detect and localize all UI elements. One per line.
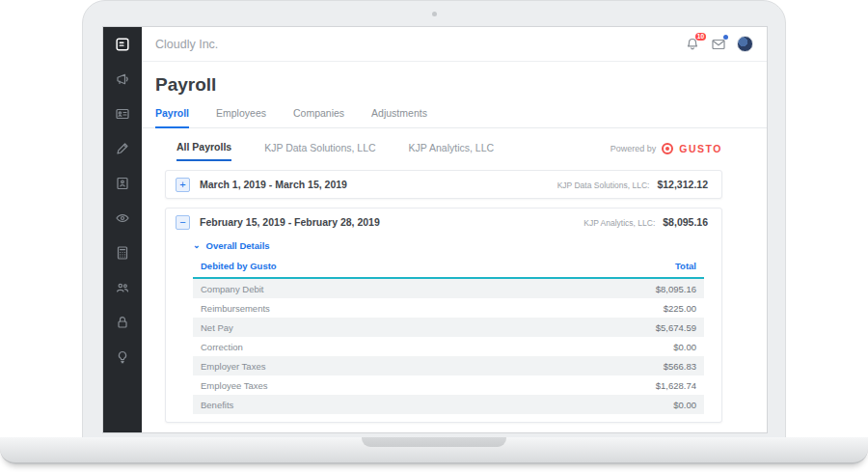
payroll-card-march: + March 1, 2019 - March 15, 2019 KJP Dat…: [165, 170, 722, 199]
row-label: Net Pay: [193, 318, 509, 337]
gusto-wordmark: GUSTO: [679, 143, 722, 154]
table-row: Company Debit $8,095.16: [193, 278, 704, 298]
row-value: $0.00: [509, 395, 704, 414]
sidebar-item-announcements[interactable]: [115, 71, 130, 87]
row-label: Correction: [193, 337, 509, 356]
lock-icon: [115, 315, 130, 330]
gusto-logo-icon: [662, 143, 673, 154]
mail-badge: [723, 35, 728, 40]
column-header-debited: Debited by Gusto: [193, 257, 509, 278]
page-title: Payroll: [155, 74, 753, 96]
avatar[interactable]: [737, 36, 753, 52]
collapse-button[interactable]: −: [176, 215, 190, 230]
users-icon: [115, 280, 130, 295]
sidebar-item-contacts[interactable]: [115, 176, 130, 191]
overall-details-label: Overall Details: [206, 240, 270, 251]
payroll-card-february: − February 15, 2019 - February 28, 2019 …: [165, 208, 722, 423]
sidebar-item-edit[interactable]: [115, 141, 130, 156]
table-row: Correction $0.00: [193, 337, 704, 356]
main-area: Cloudly Inc. 10: [142, 27, 767, 432]
sidebar-item-security[interactable]: [115, 315, 130, 330]
subtab-all-payrolls[interactable]: All Payrolls: [176, 141, 231, 161]
pencil-icon: [115, 141, 130, 156]
overall-details-toggle[interactable]: ⌄ Overall Details: [193, 240, 704, 251]
row-label: Reimbursements: [193, 298, 509, 318]
sidebar-nav: [103, 27, 142, 432]
company-name: Cloudly Inc.: [155, 38, 218, 51]
notifications-button[interactable]: 10: [685, 37, 700, 52]
megaphone-icon: [115, 71, 130, 87]
powered-by: Powered by GUSTO: [610, 143, 722, 159]
topbar-actions: 10: [685, 36, 753, 52]
app-logo: [114, 36, 131, 53]
row-value: $8,095.16: [509, 278, 704, 298]
row-value: $225.00: [509, 298, 704, 318]
app-screen: Cloudly Inc. 10: [102, 26, 768, 433]
messages-button[interactable]: [711, 37, 726, 52]
company-filter-tabs: All Payrolls KJP Data Solutions, LLC KJP…: [165, 128, 722, 161]
notification-badge: 10: [695, 33, 706, 41]
top-bar: Cloudly Inc. 10: [142, 27, 767, 62]
row-label: Company Debit: [193, 278, 509, 298]
table-header-row: Debited by Gusto Total: [193, 257, 704, 278]
laptop-mockup: Cloudly Inc. 10: [0, 0, 868, 472]
table-row: Reimbursements $225.00: [193, 298, 704, 318]
column-header-total: Total: [509, 257, 704, 278]
row-value: $566.83: [509, 356, 704, 375]
table-row: Employee Taxes $1,628.74: [193, 375, 704, 395]
subtab-kjp-analytics[interactable]: KJP Analytics, LLC: [409, 142, 495, 160]
lightbulb-icon: [115, 349, 130, 365]
debited-by-gusto-table: Debited by Gusto Total Company Debit $8,…: [193, 257, 704, 414]
tab-adjustments[interactable]: Adjustments: [371, 107, 427, 127]
main-tabs: Payroll Employees Companies Adjustments: [142, 107, 767, 128]
calculator-icon: [115, 245, 130, 261]
payroll-date-range: March 1, 2019 - March 15, 2019: [200, 179, 347, 190]
subtab-kjp-data-solutions[interactable]: KJP Data Solutions, LLC: [264, 142, 375, 160]
row-value: $5,674.59: [509, 318, 704, 337]
payroll-date-range: February 15, 2019 - February 28, 2019: [200, 216, 380, 228]
table-row: Employer Taxes $566.83: [193, 356, 704, 375]
payroll-summary: KJP Analytics, LLC: $8,095.16: [583, 216, 708, 228]
payroll-amount: $8,095.16: [663, 216, 708, 228]
tab-companies[interactable]: Companies: [293, 107, 344, 127]
payroll-summary: KJP Data Solutions, LLC: $12,312.12: [557, 179, 708, 190]
sidebar-item-insights[interactable]: [115, 349, 130, 365]
expand-button[interactable]: +: [176, 178, 190, 192]
chevron-down-icon: ⌄: [193, 241, 201, 250]
payroll-company: KJP Analytics, LLC:: [583, 218, 655, 228]
sidebar-item-team[interactable]: [115, 280, 130, 295]
webcam-dot: [432, 12, 437, 16]
row-label: Employee Taxes: [193, 375, 509, 395]
laptop-base-notch: [362, 437, 506, 447]
tab-employees[interactable]: Employees: [216, 107, 266, 127]
table-row: Net Pay $5,674.59: [193, 318, 704, 337]
payroll-company: KJP Data Solutions, LLC:: [557, 180, 650, 190]
sidebar-item-employees[interactable]: [115, 106, 130, 122]
payroll-details: ⌄ Overall Details Debited by Gusto Total: [166, 236, 721, 422]
contact-book-icon: [115, 176, 130, 191]
tab-payroll[interactable]: Payroll: [155, 107, 189, 128]
powered-by-label: Powered by: [610, 144, 657, 153]
row-label: Benefits: [193, 395, 509, 414]
eye-icon: [115, 210, 130, 226]
laptop-bezel: Cloudly Inc. 10: [82, 0, 786, 440]
row-value: $1,628.74: [509, 375, 704, 395]
row-value: $0.00: [509, 337, 704, 356]
payroll-card-header[interactable]: − February 15, 2019 - February 28, 2019 …: [166, 208, 721, 236]
table-row: Benefits $0.00: [193, 395, 704, 414]
payroll-amount: $12,312.12: [657, 179, 708, 190]
sidebar-item-review[interactable]: [115, 210, 130, 226]
payroll-card-header[interactable]: + March 1, 2019 - March 15, 2019 KJP Dat…: [166, 171, 721, 198]
row-label: Employer Taxes: [193, 356, 509, 375]
sidebar-item-calculator[interactable]: [115, 245, 130, 261]
payroll-content: All Payrolls KJP Data Solutions, LLC KJP…: [142, 128, 767, 423]
id-card-icon: [115, 106, 130, 122]
